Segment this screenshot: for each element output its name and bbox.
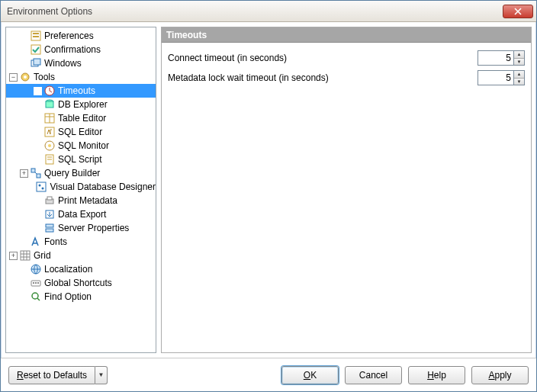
dialog-body: PreferencesConfirmationsWindows−ToolsTim… [1, 22, 536, 358]
expand-placeholder [20, 238, 28, 246]
svg-rect-7 [34, 59, 40, 65]
find-icon [30, 291, 42, 303]
spin-input[interactable] [478, 50, 514, 66]
expand-placeholder [20, 46, 28, 54]
collapse-icon[interactable]: − [9, 73, 18, 82]
close-button[interactable] [503, 5, 533, 18]
tree-item[interactable]: +Grid [6, 249, 156, 262]
apply-button[interactable]: Apply [471, 366, 529, 384]
svg-rect-14 [46, 101, 53, 108]
expand-placeholder [34, 210, 42, 219]
tree-item[interactable]: Table Editor [6, 111, 156, 125]
tools-icon [19, 71, 31, 83]
tree-item-label: Visual Database Designer [50, 182, 156, 192]
tree-item[interactable]: Server Properties [6, 221, 156, 235]
tree-item[interactable]: Localization [6, 262, 156, 276]
tree-item-label: SQL Editor [58, 127, 102, 137]
svg-point-20 [48, 144, 51, 147]
svg-point-28 [39, 185, 41, 187]
tree-item-label: Global Shortcuts [44, 278, 112, 288]
option-row: Connect timeout (in seconds)▲▼ [168, 50, 525, 66]
pref-icon [30, 30, 42, 42]
nav-tree[interactable]: PreferencesConfirmationsWindows−ToolsTim… [5, 27, 156, 353]
expand-placeholder [34, 197, 42, 205]
expand-placeholder [20, 59, 28, 68]
expand-icon[interactable]: + [20, 169, 28, 178]
spin-up[interactable]: ▲ [514, 51, 524, 59]
tree-item-label: Find Option [44, 291, 92, 302]
tree-item[interactable]: Visual Database Designer [6, 180, 156, 194]
srv-icon [43, 222, 56, 234]
tree-item-label: Tools [34, 72, 55, 82]
expand-icon[interactable]: + [9, 252, 18, 260]
svg-rect-27 [37, 182, 46, 191]
reset-dropdown[interactable]: ▼ [95, 366, 108, 384]
title-bar: Environment Options [1, 1, 536, 22]
tree-item[interactable]: Print Metadata [6, 194, 156, 207]
tree-item-label: Windows [44, 58, 82, 69]
expand-placeholder [34, 142, 42, 150]
tree-item[interactable]: +Query Builder [6, 166, 156, 180]
dialog-window: Environment Options PreferencesConfirmat… [0, 0, 537, 392]
svg-line-46 [37, 298, 40, 300]
tree-item[interactable]: Confirmations [6, 43, 156, 56]
tree-item-label: Fonts [44, 236, 67, 247]
wins-icon [30, 57, 42, 69]
window-title: Environment Options [7, 6, 503, 17]
export-icon [43, 208, 56, 220]
svg-point-9 [24, 76, 27, 79]
fonts-icon [30, 236, 42, 248]
spin-down[interactable]: ▼ [514, 79, 524, 85]
tree-item[interactable]: Windows [6, 56, 156, 70]
spin-input[interactable] [478, 70, 514, 85]
tree-item-label: Server Properties [58, 223, 129, 233]
tree-item[interactable]: DB Explorer [6, 98, 156, 111]
expand-placeholder [20, 32, 28, 40]
ok-button[interactable]: OK [281, 366, 339, 384]
sqlm-icon [43, 140, 56, 152]
tree-item[interactable]: SQL Editor [6, 125, 156, 139]
sqls-icon [43, 153, 56, 165]
tree-item[interactable]: SQL Monitor [6, 139, 156, 153]
help-button[interactable]: Help [408, 366, 465, 384]
tree-item[interactable]: Global Shortcuts [6, 276, 156, 290]
spin-control: ▲▼ [478, 70, 525, 85]
expand-placeholder [34, 224, 42, 233]
tree-item[interactable]: Data Export [6, 207, 156, 221]
tree-item[interactable]: Find Option [6, 290, 156, 304]
svg-rect-43 [35, 282, 37, 284]
svg-rect-5 [31, 45, 40, 54]
tree-item-label: Grid [34, 250, 51, 261]
short-icon [30, 277, 42, 289]
svg-rect-31 [47, 197, 52, 200]
tree-item[interactable]: Fonts [6, 235, 156, 249]
help-label: Help [427, 370, 446, 381]
svg-point-29 [42, 188, 44, 190]
expand-placeholder [34, 156, 42, 164]
reset-button[interactable]: Reset to Defaults [8, 366, 95, 384]
tree-item-label: Timeouts [58, 85, 95, 96]
tree-item[interactable]: −Tools [6, 70, 156, 84]
timeout-icon [43, 85, 56, 97]
tree-item[interactable]: SQL Script [6, 153, 156, 166]
apply-label: Apply [488, 370, 511, 381]
tree-item-label: Preferences [44, 31, 94, 41]
svg-rect-3 [33, 33, 39, 34]
spin-up[interactable]: ▲ [514, 71, 524, 79]
expand-placeholder [34, 101, 42, 109]
qb-icon [30, 167, 42, 179]
tree-item[interactable]: Preferences [6, 29, 156, 43]
tree-item-label: Confirmations [44, 44, 101, 55]
cancel-button[interactable]: Cancel [345, 366, 402, 384]
tree-item-label: SQL Monitor [58, 140, 109, 151]
svg-point-45 [32, 293, 38, 299]
grid-icon [19, 249, 31, 262]
ok-label: OK [304, 370, 317, 381]
spin-down[interactable]: ▼ [514, 59, 524, 66]
svg-rect-42 [33, 282, 34, 284]
spin-control: ▲▼ [478, 50, 525, 66]
svg-rect-25 [37, 174, 40, 178]
expand-placeholder [20, 293, 28, 301]
tree-item[interactable]: Timeouts [6, 84, 156, 98]
svg-rect-4 [33, 36, 39, 37]
